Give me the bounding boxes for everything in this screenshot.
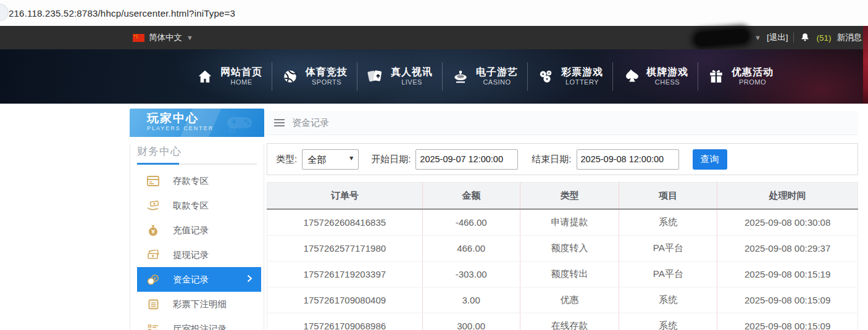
bell-icon[interactable]	[799, 32, 811, 43]
table-cell: 在线存款	[520, 313, 619, 330]
withdraw-icon	[147, 200, 159, 211]
sidebar-item-label: 厅室投注记录	[173, 323, 227, 330]
cards-icon	[367, 68, 384, 85]
breadcrumb: 资金记录	[267, 111, 858, 135]
sidebar-item-label: 取款专区	[173, 200, 209, 212]
nav-label-en: HOME	[231, 78, 252, 87]
end-date-label: 结束日期:	[532, 154, 571, 165]
start-date-input[interactable]	[415, 149, 518, 170]
message-count-badge[interactable]: (51)	[816, 33, 831, 43]
menu-toggle-icon[interactable]	[274, 119, 285, 126]
language-selector[interactable]: 简体中文 ▼	[133, 32, 193, 43]
type-label: 类型:	[276, 154, 297, 165]
table-cell: 1757261719203397	[267, 262, 423, 287]
spade-icon	[622, 68, 640, 85]
sidebar-item-deposit[interactable]: 存款专区	[137, 168, 261, 193]
finance-section-title: 财务中心	[137, 144, 264, 159]
sidebar-header: 玩家中心 PLAYERS CENTER	[130, 109, 264, 137]
column-header: 金额	[422, 183, 520, 210]
sidebar-item-funds[interactable]: 资金记录	[137, 267, 261, 292]
filter-bar: 类型: 全部 开始日期: 结束日期: 查询	[267, 143, 858, 175]
table-cell: 466.00	[422, 236, 520, 262]
table-cell: 300.00	[422, 313, 520, 330]
nav-label-en: LIVES	[401, 78, 422, 87]
sidebar-item-label: 存款专区	[173, 175, 209, 187]
table-cell: 系统	[619, 209, 717, 236]
page-title: 资金记录	[292, 117, 329, 129]
type-select[interactable]: 全部	[302, 149, 359, 170]
nav-item-text: 体育竞技SPORTS	[306, 66, 348, 87]
query-button[interactable]: 查询	[693, 149, 727, 170]
sidebar-item-label: 提现记录	[173, 249, 209, 261]
nav-label-en: PROMO	[739, 78, 766, 87]
browser-address-bar[interactable]: 216.118.235.52:8783/hhcp/usercenter.html…	[0, 0, 868, 27]
table-cell: -466.00	[422, 209, 520, 236]
table-cell: PA平台	[619, 236, 717, 262]
sidebar-item-label: 资金记录	[173, 274, 209, 286]
nav-label-zh: 电子游艺	[476, 66, 518, 78]
new-messages-link[interactable]: 新消息	[837, 32, 862, 43]
roulette-icon	[452, 68, 469, 85]
china-flag-icon	[133, 34, 144, 42]
nav-label-zh: 真人视讯	[391, 66, 433, 78]
nav-item-home[interactable]: 网站首页HOME	[196, 66, 262, 87]
nav-separator	[612, 62, 613, 91]
table-cell: -303.00	[422, 262, 520, 287]
browser-chrome-fragment	[0, 4, 9, 21]
nav-label-zh: 优惠活动	[732, 66, 774, 78]
table-cell: 2025-09-08 00:15:09	[717, 287, 858, 313]
table-cell: 1757262577171980	[267, 236, 423, 262]
section-underline	[137, 163, 257, 165]
language-label: 简体中文	[149, 32, 182, 43]
chevron-down-icon: ▼	[186, 34, 193, 41]
nav-separator	[357, 62, 357, 91]
nav-label-en: LOTTERY	[565, 78, 599, 87]
end-date-input[interactable]	[577, 149, 679, 170]
withdraw-record-icon	[147, 249, 159, 260]
table-cell: 2025-09-08 00:15:09	[717, 313, 858, 330]
type-select-wrap: 全部	[302, 149, 359, 170]
sidebar-item-withdraw[interactable]: 取款专区	[137, 193, 261, 218]
nav-item-text: 彩票游戏LOTTERY	[561, 66, 603, 87]
logout-button[interactable]: [退出]	[767, 32, 788, 43]
home-icon	[196, 68, 214, 85]
nav-item-sports[interactable]: 体育竞技SPORTS	[282, 66, 348, 87]
table-cell: 1757261709068986	[267, 313, 423, 330]
sidebar-item-withdraw-record[interactable]: 提现记录	[137, 242, 261, 267]
table-cell: 2025-09-08 00:15:19	[717, 262, 858, 287]
sidebar-item-lottery-detail[interactable]: 彩票下注明细	[137, 292, 261, 316]
nav-separator	[527, 62, 528, 91]
username-redacted[interactable]	[694, 28, 749, 47]
table-row: 1757262608416835-466.00申请提款系统2025-09-08 …	[267, 209, 858, 236]
column-header: 订单号	[267, 183, 423, 210]
gamepad-icon	[223, 112, 256, 136]
deposit-icon	[147, 175, 159, 186]
nav-item-promo[interactable]: 优惠活动PROMO	[707, 66, 774, 87]
nav-item-lives[interactable]: 真人视讯LIVES	[367, 66, 433, 87]
nav-item-casino[interactable]: 电子游艺CASINO	[452, 66, 518, 87]
table-cell: 1757261709080409	[267, 287, 423, 313]
nav-item-chess[interactable]: 棋牌游戏CHESS	[622, 66, 688, 87]
table-header-row: 订单号金额类型项目处理时间	[267, 183, 858, 210]
nav-item-text: 优惠活动PROMO	[732, 66, 774, 87]
divider	[793, 33, 794, 43]
sidebar-item-recharge[interactable]: 充值记录	[137, 218, 261, 242]
nav-label-zh: 棋牌游戏	[646, 66, 688, 78]
table-row: 1757261719203397-303.00额度转出PA平台2025-09-0…	[267, 262, 858, 287]
sidebar-item-room-bet[interactable]: 厅室投注记录	[137, 316, 261, 330]
site-topbar: 简体中文 ▼ ▼ [退出] (51) 新消息	[0, 26, 868, 49]
account-chevron-down-icon[interactable]: ▼	[754, 34, 761, 41]
gift-icon	[707, 68, 725, 85]
nav-item-text: 电子游艺CASINO	[476, 66, 518, 87]
main-content: 资金记录 类型: 全部 开始日期: 结束日期: 查询 订单号金额类型项目处理时间…	[267, 111, 858, 330]
nav-item-lottery[interactable]: 彩票游戏LOTTERY	[537, 66, 603, 87]
nav-label-zh: 网站首页	[220, 66, 262, 78]
table-cell: 额度转出	[520, 262, 619, 287]
table-row: 1757261709068986300.00在线存款系统2025-09-08 0…	[267, 313, 858, 330]
browser-url[interactable]: 216.118.235.52:8783/hhcp/usercenter.html…	[9, 8, 235, 19]
funds-record-table: 订单号金额类型项目处理时间 1757262608416835-466.00申请提…	[267, 182, 858, 330]
table-row: 1757262577171980466.00额度转入PA平台2025-09-08…	[267, 236, 858, 262]
table-cell: 2025-09-08 00:29:37	[717, 236, 858, 262]
room-bet-icon	[147, 323, 159, 330]
nav-label-zh: 体育竞技	[306, 66, 348, 78]
